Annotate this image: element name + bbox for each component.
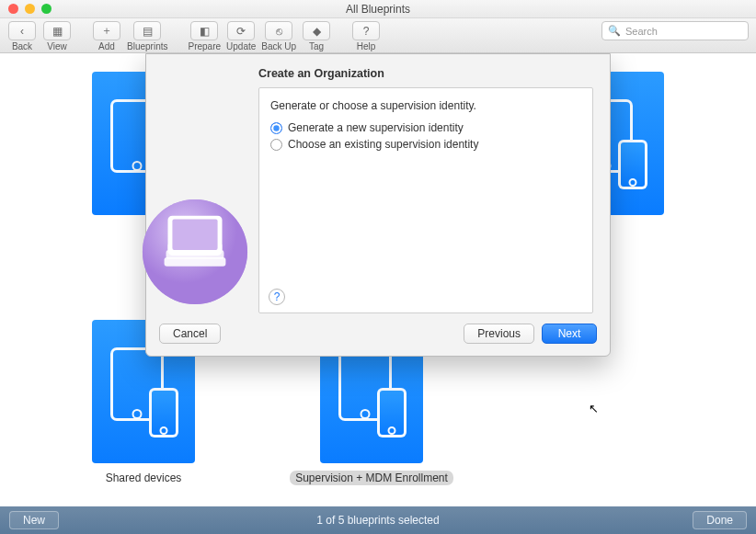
radio-choose-existing-identity[interactable]: Choose an existing supervision identity: [270, 138, 581, 151]
tag-icon: ◆: [303, 21, 330, 40]
plus-icon: ＋: [93, 21, 120, 40]
svg-rect-6: [172, 220, 217, 250]
blueprint-label: Shared devices: [100, 471, 188, 485]
window-title: All Blueprints: [0, 3, 756, 16]
dialog-appicon-area: [163, 65, 255, 313]
dialog-title: Create an Organization: [258, 67, 593, 80]
search-icon: 🔍: [608, 25, 621, 37]
toolbar: ‹ Back ▦ View ＋ Add ▤ Blueprints ◧ Prepa…: [0, 18, 756, 53]
radio-label: Choose an existing supervision identity: [288, 138, 478, 151]
update-button[interactable]: ⟳ Update: [226, 21, 256, 51]
dialog-prompt: Generate or choose a supervision identit…: [270, 99, 581, 112]
previous-button[interactable]: Previous: [464, 324, 534, 344]
radio-generate-identity[interactable]: Generate a new supervision identity: [270, 121, 581, 134]
prepare-label: Prepare: [188, 41, 221, 51]
radio-off-icon: [270, 139, 282, 151]
help-label: Help: [357, 41, 376, 51]
zoom-window-button[interactable]: [41, 4, 52, 14]
tag-button[interactable]: ◆ Tag: [302, 21, 331, 51]
update-icon: ⟳: [227, 21, 255, 40]
blueprints-button[interactable]: ▤ Blueprints: [127, 21, 167, 51]
backup-icon: ⎋: [265, 21, 292, 40]
search-input[interactable]: 🔍 Search: [601, 21, 749, 40]
cursor-icon: ↖: [589, 402, 599, 415]
backup-button[interactable]: ⎋ Back Up: [261, 21, 296, 51]
view-label: View: [47, 41, 67, 51]
prepare-icon: ◧: [190, 21, 218, 40]
prepare-button[interactable]: ◧ Prepare: [188, 21, 221, 51]
next-button[interactable]: Next: [542, 324, 597, 344]
radio-label: Generate a new supervision identity: [288, 121, 464, 134]
view-button[interactable]: ▦ View: [42, 21, 72, 51]
new-button[interactable]: New: [9, 511, 59, 529]
back-button[interactable]: ‹ Back: [7, 21, 37, 51]
bottom-bar: New 1 of 5 blueprints selected Done: [0, 506, 756, 534]
selection-status: 1 of 5 blueprints selected: [0, 514, 756, 527]
dialog-help-button[interactable]: ?: [269, 289, 285, 305]
add-button[interactable]: ＋ Add: [92, 21, 121, 51]
back-label: Back: [12, 41, 32, 51]
blueprint-label: Supervision + MDM Enrollment: [290, 471, 453, 485]
help-icon: ?: [352, 21, 380, 40]
window-controls: [8, 4, 52, 14]
grid-icon: ▦: [43, 21, 71, 40]
search-placeholder: Search: [625, 26, 658, 37]
main-content: Shared devices Supervision + MDM Enrollm…: [0, 53, 756, 506]
blueprints-label: Blueprints: [127, 41, 167, 51]
configurator-appicon: [141, 198, 249, 306]
close-window-button[interactable]: [8, 4, 18, 14]
minimize-window-button[interactable]: [25, 4, 35, 14]
blueprints-icon: ▤: [133, 21, 161, 40]
tag-label: Tag: [309, 41, 324, 51]
chevron-left-icon: ‹: [8, 21, 36, 40]
dialog-panel: Generate or choose a supervision identit…: [258, 87, 593, 313]
update-label: Update: [226, 41, 256, 51]
add-label: Add: [98, 41, 115, 51]
titlebar: All Blueprints: [0, 0, 756, 18]
done-button[interactable]: Done: [693, 511, 747, 529]
create-organization-dialog: Create an Organization Generate or choos…: [145, 53, 611, 357]
help-button[interactable]: ? Help: [351, 21, 381, 51]
dialog-button-row: Cancel Previous Next: [146, 317, 610, 356]
cancel-button[interactable]: Cancel: [159, 324, 221, 344]
backup-label: Back Up: [261, 41, 296, 51]
radio-on-icon: [270, 122, 282, 134]
